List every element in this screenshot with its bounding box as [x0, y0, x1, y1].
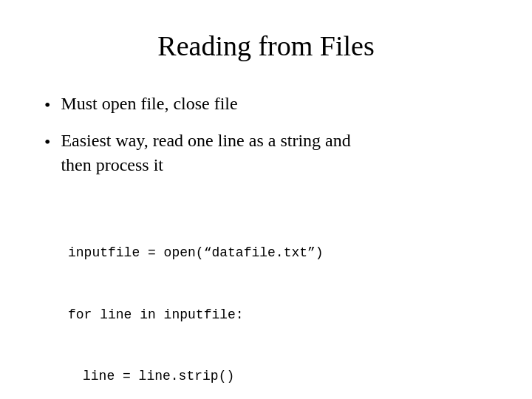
- bullet-text-2-line2: then process it: [61, 155, 163, 174]
- code-block: inputfile = open(“datafile.txt”) for lin…: [68, 202, 330, 399]
- code-line-1: inputfile = open(“datafile.txt”): [68, 243, 330, 264]
- code-line-3: line = line.strip(): [68, 366, 330, 387]
- bullet-text-1: Must open file, close file: [61, 92, 237, 115]
- bullet-item-2: • Easiest way, read one line as a string…: [44, 129, 488, 177]
- bullet-item-1: • Must open file, close file: [44, 92, 488, 117]
- bullet-dot-2: •: [44, 130, 50, 154]
- bullet-text-2-line1: Easiest way, read one line as a string a…: [61, 131, 350, 150]
- slide: Reading from Files • Must open file, clo…: [0, 0, 532, 399]
- bullet-dot-1: •: [44, 93, 50, 117]
- bullet-list: • Must open file, close file • Easiest w…: [44, 92, 488, 188]
- code-line-2: for line in inputfile:: [68, 305, 330, 326]
- bullet-text-2: Easiest way, read one line as a string a…: [61, 129, 350, 177]
- slide-title: Reading from Files: [44, 30, 488, 62]
